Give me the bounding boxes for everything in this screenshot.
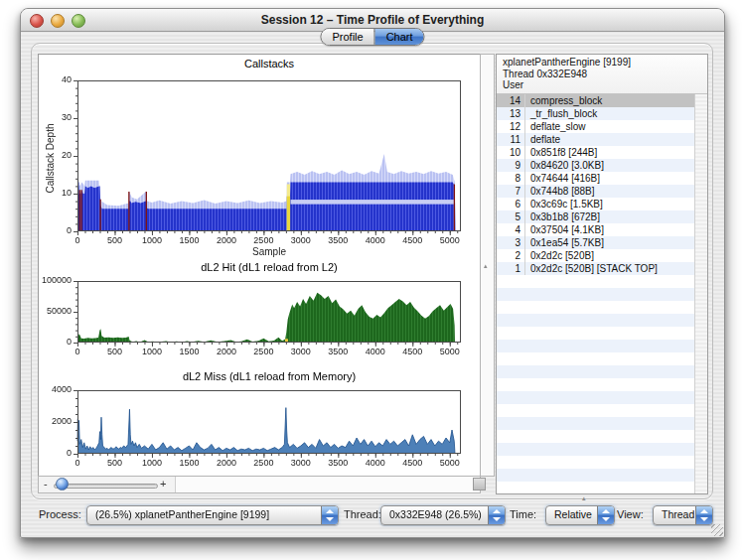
zoom-slider-thumb[interactable] <box>56 478 69 490</box>
view-popup[interactable]: Thread <box>653 505 713 525</box>
stack-depth-index: 4 <box>497 223 525 236</box>
stack-depth-index: 5 <box>497 210 525 223</box>
popup-arrows-icon <box>597 506 614 524</box>
stack-frame-label: 0x744b8 [88B] <box>525 185 595 198</box>
list-item[interactable]: 60x3c69c [1.5KB] <box>497 198 695 210</box>
stack-depth-index: 6 <box>497 198 525 210</box>
content-groupbox: Callstacks Callstack Depth Sample dL2 Hi… <box>31 43 713 499</box>
thread-popup-label: Thread: <box>344 508 381 520</box>
time-popup-label: Time: <box>510 508 536 520</box>
callstack-list-scrollbar[interactable] <box>694 94 707 493</box>
chart-panel: Callstacks Callstack Depth Sample dL2 Hi… <box>38 54 481 477</box>
popup-arrows-icon <box>695 506 712 524</box>
zoom-slider-track[interactable] <box>54 484 158 489</box>
stack-frame-label: _tr_flush_block <box>525 107 597 120</box>
stack-frame-label: deflate <box>525 133 560 146</box>
zoom-slider: - + <box>39 477 176 492</box>
stack-frame-label: compress_block <box>525 94 602 107</box>
list-item[interactable]: 50x3b1b8 [672B] <box>497 210 695 223</box>
stack-depth-index: 11 <box>497 133 525 146</box>
stack-depth-index: 1 <box>497 262 525 275</box>
dl2-miss-chart[interactable] <box>40 384 479 476</box>
window-title: Session 12 – Time Profile of Everything <box>21 13 724 27</box>
zoom-in-label[interactable]: + <box>160 478 166 490</box>
stack-depth-index: 7 <box>497 185 525 198</box>
stack-frame-label: 0x1ea54 [5.7KB] <box>525 236 604 249</box>
callstack-list-panel: xplanetPantherEngine [9199] Thread 0x332… <box>496 54 708 494</box>
list-item[interactable]: 100x851f8 [244B] <box>497 146 695 159</box>
thread-id-label: Thread 0x332E948 <box>503 69 707 80</box>
stack-depth-index: 9 <box>497 159 525 172</box>
stack-depth-index: 13 <box>497 107 525 120</box>
list-item[interactable]: 90x84620 [3.0KB] <box>497 159 695 172</box>
callstacks-chart[interactable] <box>40 72 479 249</box>
stack-frame-label: 0x3c69c [1.5KB] <box>525 198 603 210</box>
splitter-collapse-icon[interactable]: ▴ <box>484 262 488 269</box>
stack-frame-label: 0x37504 [4.1KB] <box>525 223 604 236</box>
dl2-hit-chart[interactable] <box>40 275 479 362</box>
list-item[interactable]: 30x1ea54 [5.7KB] <box>497 236 695 249</box>
thread-popup[interactable]: 0x332E948 (26.5%) <box>380 505 506 525</box>
list-item[interactable]: 40x37504 [4.1KB] <box>497 223 695 236</box>
callstacks-ylabel: Callstack Depth <box>45 91 56 225</box>
list-item[interactable]: 12deflate_slow <box>497 120 695 133</box>
app-window: Session 12 – Time Profile of Everything … <box>20 8 725 538</box>
callstack-rows: 14compress_block13_tr_flush_block12defla… <box>497 94 695 493</box>
time-popup[interactable]: Relative <box>545 505 615 525</box>
callstack-list-header: xplanetPantherEngine [9199] Thread 0x332… <box>497 55 707 94</box>
callstacks-chart-title: Callstacks <box>69 58 470 70</box>
process-popup[interactable]: (26.5%) xplanetPantherEngine [9199] <box>86 505 339 525</box>
stack-depth-index: 3 <box>497 236 525 249</box>
bottom-controls-bar: Process: (26.5%) xplanetPantherEngine [9… <box>21 502 724 530</box>
list-item[interactable]: 20x2d2c [520B] <box>497 249 695 262</box>
bottom-splitter-collapse-icon[interactable]: ▴ <box>582 494 586 501</box>
stack-depth-index: 12 <box>497 120 525 133</box>
dl2-hit-chart-title: dL2 Hit (dL1 reload from L2) <box>69 261 470 273</box>
dl2-miss-chart-title: dL2 Miss (dL1 reload from Memory) <box>69 370 470 382</box>
list-item[interactable]: 80x74644 [416B] <box>497 172 695 185</box>
list-item[interactable]: 14compress_block <box>497 94 695 107</box>
list-item[interactable]: 10x2d2c [520B] [STACK TOP] <box>497 262 695 275</box>
mode-label: User <box>503 79 707 91</box>
stack-depth-index: 2 <box>497 249 525 262</box>
stack-depth-index: 10 <box>497 146 525 159</box>
tab-profile[interactable]: Profile <box>321 29 373 45</box>
stack-depth-index: 14 <box>497 94 525 107</box>
window-resize-grip[interactable] <box>711 524 723 536</box>
stack-frame-label: 0x84620 [3.0KB] <box>525 159 604 172</box>
tab-chart[interactable]: Chart <box>374 29 424 45</box>
stack-frame-label: 0x851f8 [244B] <box>525 146 597 159</box>
stack-frame-label: 0x3b1b8 [672B] <box>525 210 600 223</box>
callstacks-xlabel: Sample <box>69 246 470 257</box>
popup-arrows-icon <box>321 506 338 524</box>
stack-frame-label: 0x74644 [416B] <box>525 172 600 185</box>
zoom-out-label[interactable]: - <box>44 478 48 490</box>
stack-frame-label: 0x2d2c [520B] <box>525 249 594 262</box>
stack-frame-label: deflate_slow <box>525 120 586 133</box>
process-popup-label: Process: <box>39 508 81 520</box>
process-name-label: xplanetPantherEngine [9199] <box>503 57 707 69</box>
list-item[interactable]: 70x744b8 [88B] <box>497 185 695 198</box>
popup-arrows-icon <box>488 506 505 524</box>
view-tabs: Profile Chart <box>320 28 424 46</box>
view-popup-label: View: <box>617 508 644 520</box>
stack-frame-label: 0x2d2c [520B] [STACK TOP] <box>525 262 658 275</box>
scrollbar-grow-box[interactable] <box>473 478 486 490</box>
stack-depth-index: 8 <box>497 172 525 185</box>
chart-horizontal-scrollbar[interactable]: - + <box>38 476 481 493</box>
list-item[interactable]: 11deflate <box>497 133 695 146</box>
list-item[interactable]: 13_tr_flush_block <box>497 107 695 120</box>
